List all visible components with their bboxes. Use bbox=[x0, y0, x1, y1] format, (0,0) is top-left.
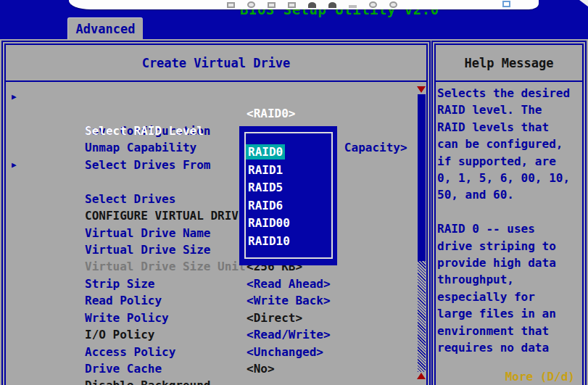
dropdown-option-raid00[interactable]: RAID00 bbox=[248, 215, 290, 233]
menu-item-drive-cache[interactable]: Drive Cache <Unchanged> bbox=[6, 344, 426, 360]
menu-section-heading: CONFIGURE VIRTUAL DRIVE PARAMETERS: bbox=[6, 191, 426, 207]
scrollbar-track[interactable] bbox=[418, 261, 426, 372]
help-text-line: 0, 1, 5, 6, 00, 10, bbox=[437, 170, 581, 186]
help-text: Selects the desired RAID level. The RAID… bbox=[437, 85, 581, 357]
menu-item-value: <Unchanged> bbox=[247, 344, 323, 360]
minus-icon[interactable] bbox=[349, 5, 357, 8]
tab-advanced[interactable]: Advanced bbox=[67, 17, 143, 39]
dropdown-option-raid10[interactable]: RAID10 bbox=[248, 233, 290, 251]
checkbox-icon[interactable] bbox=[502, 1, 510, 7]
menu-item-save-configuration[interactable]: ▶ Save Configuration bbox=[6, 88, 426, 105]
menu-item-io-policy[interactable]: I/O Policy <Direct> bbox=[6, 310, 426, 326]
corner-artifact bbox=[579, 0, 588, 7]
scroll-up-icon[interactable] bbox=[417, 373, 426, 379]
help-text-line: large files in an bbox=[437, 305, 581, 322]
help-text-line: drive striping to bbox=[437, 238, 581, 254]
help-text-line: provide high data bbox=[437, 254, 581, 271]
dropdown-options: RAID0 RAID1 RAID5 RAID6 RAID00 RAID10 bbox=[248, 144, 290, 251]
menu-item-read-policy[interactable]: Read Policy <Read Ahead> bbox=[6, 276, 426, 292]
help-text-line: RAID levels that bbox=[437, 119, 581, 136]
bios-setup-screen: BIOS Setup Utility v2.0 Advanced Create … bbox=[0, 0, 588, 385]
help-text-line: RAID 0 -- uses bbox=[437, 220, 581, 237]
menu-item-value: <Write Back> bbox=[247, 292, 331, 309]
tiles-icon[interactable] bbox=[288, 2, 296, 8]
help-text-line: can be configured, bbox=[437, 136, 581, 152]
help-text-line: throughput, bbox=[437, 271, 581, 288]
menu-item-write-policy[interactable]: Write Policy <Write Back> bbox=[6, 292, 426, 309]
dot-icon[interactable] bbox=[369, 1, 377, 8]
menu-item-virtual-drive-size[interactable]: Virtual Drive Size bbox=[6, 225, 426, 241]
help-text-line: 50, and 60. bbox=[437, 186, 581, 203]
menu-item-strip-size[interactable]: Strip Size <256 KB> bbox=[6, 258, 426, 275]
menu-item-value: <RAID0> bbox=[247, 105, 295, 122]
menu-item-label: Disable Background bbox=[85, 378, 210, 385]
dropdown-option-raid6[interactable]: RAID6 bbox=[248, 197, 290, 215]
help-text-line: environment that bbox=[437, 323, 581, 339]
scroll-down-icon[interactable] bbox=[417, 86, 426, 93]
selected-option-highlight: RAID0 bbox=[246, 144, 285, 160]
dark-shape-icon[interactable] bbox=[328, 2, 336, 8]
menu-item-value: <No> bbox=[247, 360, 275, 377]
grid-icon[interactable] bbox=[227, 2, 235, 8]
help-text-line: requires no data bbox=[437, 339, 581, 356]
menu-item-access-policy[interactable]: Access Policy <Read/Write> bbox=[6, 326, 426, 343]
window-icon[interactable] bbox=[268, 2, 276, 8]
help-text-line: Selects the desired bbox=[437, 85, 581, 102]
menu-item-value: <Read/Write> bbox=[247, 326, 331, 343]
menu-item-disable-background[interactable]: Disable Background <No> bbox=[6, 360, 426, 377]
menu-row-spacer bbox=[6, 173, 426, 190]
menu-item-virtual-drive-size-unit: Virtual Drive Size Unit bbox=[6, 241, 426, 258]
more-indicator: More (D/d) bbox=[505, 370, 575, 384]
dropdown-option-raid1[interactable]: RAID1 bbox=[248, 162, 290, 180]
help-panel-title: Help Message bbox=[436, 45, 582, 82]
menu-item-virtual-drive-name[interactable]: Virtual Drive Name bbox=[6, 207, 426, 224]
help-message-panel: Help Message Selects the desired RAID le… bbox=[434, 44, 584, 385]
panel-title: Create Virtual Drive bbox=[6, 45, 426, 82]
scrollbar-thumb[interactable] bbox=[418, 94, 426, 261]
help-text-line: if supported, are bbox=[437, 153, 581, 170]
menu-item-select-drives[interactable]: ▶ Select Drives bbox=[6, 157, 426, 173]
submenu-arrow-icon: ▶ bbox=[12, 157, 17, 173]
dark-circle-icon[interactable] bbox=[308, 2, 316, 8]
circle-icon[interactable] bbox=[247, 1, 255, 8]
menu-list: ▶ Save Configuration Select RAID Level <… bbox=[6, 88, 426, 377]
menu-item-value: <Direct> bbox=[247, 310, 302, 326]
toolbar-icon-row bbox=[227, 1, 397, 8]
menu-item-select-raid-level[interactable]: Select RAID Level <RAID0> bbox=[6, 105, 426, 122]
menu-item-value: <Read Ahead> bbox=[247, 276, 331, 292]
create-virtual-drive-panel: Create Virtual Drive ▶ Save Configuratio… bbox=[4, 44, 428, 385]
oval-icon[interactable] bbox=[389, 1, 397, 8]
dropdown-option-raid0[interactable]: RAID0 bbox=[248, 144, 290, 162]
help-text-line: RAID level. The bbox=[437, 102, 581, 118]
submenu-arrow-icon: ▶ bbox=[12, 88, 17, 105]
remote-console-toolbar[interactable] bbox=[69, 0, 539, 9]
menu-item-unmap-capability[interactable]: Unmap Capability bbox=[6, 123, 426, 139]
menu-item-select-drives-from[interactable]: Select Drives From <Unconfigured Capacit… bbox=[6, 139, 426, 156]
dropdown-option-raid5[interactable]: RAID5 bbox=[248, 179, 290, 197]
help-text-line: especially for bbox=[437, 289, 581, 305]
raid-level-dropdown: RAID0 RAID1 RAID5 RAID6 RAID00 RAID10 bbox=[239, 126, 337, 265]
help-text-line bbox=[437, 204, 581, 220]
